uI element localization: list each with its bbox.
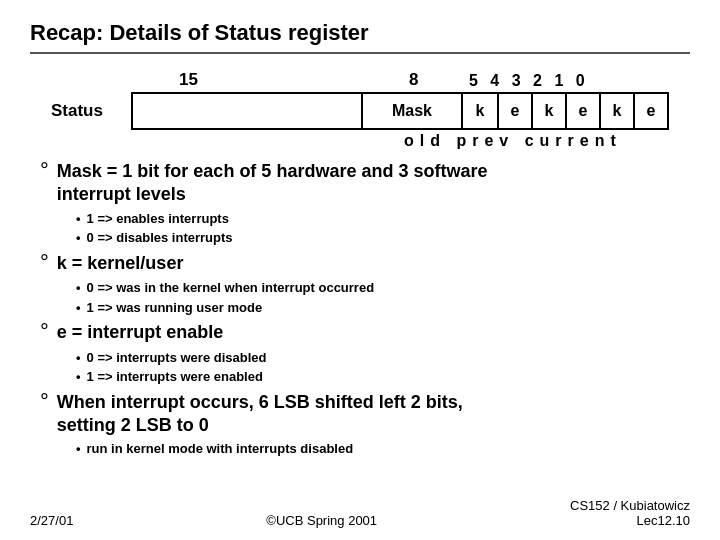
slide: Recap: Details of Status register 15 8 5… — [0, 0, 720, 540]
bullet-2-circle: ° — [40, 250, 49, 276]
sub-bullet-1-2-text: 0 => disables interrupts — [87, 228, 233, 248]
bullet-1-main: ° Mask = 1 bit for each of 5 hardware an… — [40, 160, 690, 207]
bullet-4-subs: • run in kernel mode with interrupts dis… — [76, 439, 690, 459]
reg-cell-2: k — [531, 94, 565, 128]
sub-bullet-2-1-text: 0 => was in the kernel when interrupt oc… — [87, 278, 375, 298]
bullet-2-subs: • 0 => was in the kernel when interrupt … — [76, 278, 690, 317]
title-area: Recap: Details of Status register — [30, 20, 690, 54]
reg-cell-4: k — [599, 94, 633, 128]
bullet-3-main: ° e = interrupt enable — [40, 321, 690, 345]
bullet-3-circle: ° — [40, 319, 49, 345]
opc-labels: old prev current — [404, 132, 622, 150]
footer-date: 2/27/01 — [30, 513, 73, 528]
bullet-3-subs: • 0 => interrupts were disabled • 1 => i… — [76, 348, 690, 387]
bullet-4-text: When interrupt occurs, 6 LSB shifted lef… — [57, 391, 463, 438]
reg-segment-mask: Mask — [363, 94, 463, 128]
bullet-1-text: Mask = 1 bit for each of 5 hardware and … — [57, 160, 488, 207]
reg-cell-3: e — [565, 94, 599, 128]
content-area: ° Mask = 1 bit for each of 5 hardware an… — [40, 160, 690, 459]
sub-bullet-2-2: • 1 => was running user mode — [76, 298, 690, 318]
sub-bullet-4-1-text: run in kernel mode with interrupts disab… — [87, 439, 354, 459]
opc-spacer — [70, 132, 404, 150]
sub-bullet-1-2: • 0 => disables interrupts — [76, 228, 690, 248]
sub-bullet-3-2-text: 1 => interrupts were enabled — [87, 367, 263, 387]
slide-title: Recap: Details of Status register — [30, 20, 369, 45]
footer-copy: ©UCB Spring 2001 — [266, 513, 377, 528]
sub-bullet-2-2-text: 1 => was running user mode — [87, 298, 263, 318]
bullet-2-main: ° k = kernel/user — [40, 252, 690, 276]
reg-segment-wide — [133, 94, 363, 128]
sub-bullet-3-2: • 1 => interrupts were enabled — [76, 367, 690, 387]
bit-label-15: 15 — [175, 70, 405, 90]
reg-cell-0: k — [463, 94, 497, 128]
reg-cells: k e k e k e — [463, 94, 667, 128]
sub-bullet-3-1: • 0 => interrupts were disabled — [76, 348, 690, 368]
sub-bullet-4-1: • run in kernel mode with interrupts dis… — [76, 439, 690, 459]
status-label: Status — [51, 101, 131, 121]
diagram-area: 15 8 5 4 3 2 1 0 Status Mask k e k e k e — [30, 70, 690, 150]
bullet-3-text: e = interrupt enable — [57, 321, 224, 344]
old-prev-current-row: old prev current — [70, 132, 720, 150]
sub-bullet-1-1: • 1 => enables interrupts — [76, 209, 690, 229]
reg-cell-1: e — [497, 94, 531, 128]
reg-cell-5: e — [633, 94, 667, 128]
bullet-1-circle: ° — [40, 158, 49, 184]
sub-bullet-3-1-text: 0 => interrupts were disabled — [87, 348, 267, 368]
register-box: Mask k e k e k e — [131, 92, 669, 130]
register-row: Status Mask k e k e k e — [51, 92, 669, 130]
footer: 2/27/01 ©UCB Spring 2001 CS152 / Kubiato… — [30, 498, 690, 528]
bullet-4-main: ° When interrupt occurs, 6 LSB shifted l… — [40, 391, 690, 438]
bit-labels-row: 15 8 5 4 3 2 1 0 — [175, 70, 625, 90]
sub-bullet-1-1-text: 1 => enables interrupts — [87, 209, 229, 229]
bullet-1-subs: • 1 => enables interrupts • 0 => disable… — [76, 209, 690, 248]
bit-label-8: 8 — [405, 70, 465, 90]
bullet-4-circle: ° — [40, 389, 49, 415]
bullet-2-text: k = kernel/user — [57, 252, 184, 275]
sub-bullet-2-1: • 0 => was in the kernel when interrupt … — [76, 278, 690, 298]
bit-label-543210: 5 4 3 2 1 0 — [465, 72, 625, 90]
footer-lec: CS152 / KubiatowiczLec12.10 — [570, 498, 690, 528]
